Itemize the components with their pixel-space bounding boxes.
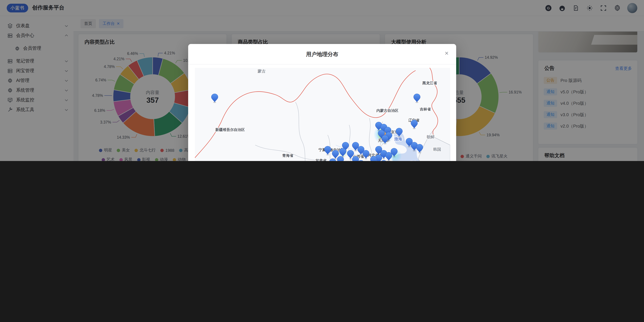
geo-modal-title: 用户地理分布	[188, 44, 456, 58]
map-label-新疆维吾尔自治区: 新疆维吾尔自治区	[215, 128, 245, 132]
map-label-黄海: 黄海	[410, 161, 418, 161]
map-label-内蒙古自治区: 内蒙古自治区	[376, 108, 398, 113]
map-label-青海省: 青海省	[282, 153, 294, 158]
map-label-甘肃省: 甘肃省	[315, 158, 327, 161]
china-map[interactable]: 蒙古黑龙江省内蒙古自治区吉林省辽宁省新疆维吾尔自治区北京市天津市渤海朝鲜韩国宁夏…	[195, 68, 450, 161]
app-root: 小蓝书 创作服务平台 G 仪表盘会员中心会员管理笔记管理	[0, 0, 644, 161]
map-label-朝鲜: 朝鲜	[426, 135, 435, 139]
map-label-蒙古: 蒙古	[258, 69, 266, 73]
modal-divider	[188, 64, 456, 65]
geo-modal: 用户地理分布 ✕	[188, 44, 456, 161]
close-icon[interactable]: ✕	[444, 50, 449, 56]
map-label-韩国: 韩国	[433, 147, 441, 152]
map-label-渤海: 渤海	[394, 137, 402, 141]
map-canvas: 蒙古黑龙江省内蒙古自治区吉林省辽宁省新疆维吾尔自治区北京市天津市渤海朝鲜韩国宁夏…	[195, 68, 450, 161]
map-label-吉林省: 吉林省	[420, 107, 431, 111]
map-label-黑龙江省: 黑龙江省	[422, 81, 437, 85]
